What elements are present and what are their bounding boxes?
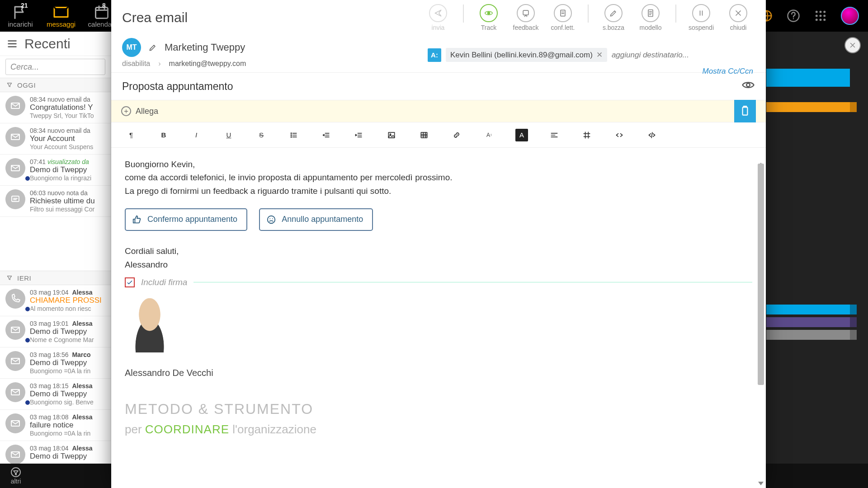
signature-name: Alessandro De Vecchi [125,366,752,380]
from-email: marketing@tweppy.com [169,60,246,68]
message-subject: Richieste ultime du [30,197,106,206]
bg-block [850,330,857,340]
action-separator [675,5,676,23]
action-sbozza[interactable]: s.bozza [595,4,632,31]
action-modello[interactable]: modello [632,4,669,31]
subject-input[interactable]: Proposta appuntamento [122,80,233,93]
message-meta: 03 mag 18:04 Alessa [30,445,106,452]
mail-icon [5,320,25,340]
message-item[interactable]: 07:41 visualizzato da Demo di Tweppy Buo… [0,155,111,186]
search-input[interactable]: Cerca... [5,59,105,75]
action-chiudi[interactable]: chiudi [720,4,757,31]
attach-label[interactable]: Allega [136,107,158,116]
bottom-altri[interactable]: altri [0,467,32,485]
fmt-color[interactable]: A [515,129,528,141]
calendar-icon [94,4,110,20]
chip-remove-icon[interactable]: ✕ [596,50,603,60]
fmt-underline[interactable]: U [222,129,235,141]
svg-point-34 [268,216,275,224]
include-signature-checkbox[interactable] [125,277,135,287]
phone-icon [5,289,25,309]
message-item[interactable]: 03 mag 19:04 Alessa CHIAMARE PROSSI Al m… [0,285,111,316]
cancel-appointment-button[interactable]: Annullo appuntamento [259,208,373,231]
add-recipient-input[interactable] [612,51,754,60]
from-name: Marketing Tweppy [165,42,245,53]
search-placeholder: Cerca... [10,62,39,72]
unread-dot [24,175,31,182]
nav-incarichi[interactable]: 21 incarichi [0,0,41,32]
fmt-source[interactable] [646,129,658,141]
email-body[interactable]: Buongiorno Kevin, come da accordi telefo… [111,148,766,488]
action-sospendi[interactable]: sospendi [683,4,720,31]
bg-block [766,317,850,327]
section-today[interactable]: OGGI [0,78,111,92]
mail-icon [5,445,25,464]
message-item[interactable]: 03 mag 18:15 Alessa Demo di Tweppy Buong… [0,379,111,410]
unread-dot [24,399,31,406]
fmt-bullets[interactable] [288,129,300,141]
mail-icon [5,351,25,371]
svg-rect-23 [523,10,528,15]
from-disable[interactable]: disabilita [122,60,150,68]
show-cc-link[interactable]: Mostra Cc/Ccn [703,67,753,76]
message-item[interactable]: 08:34 nuovo email da Congratulations! Y … [0,92,111,123]
signature-tagline-2: per COORDINARE l'organizzazione [125,420,752,438]
action-track[interactable]: Track [470,4,507,31]
message-item[interactable]: 03 mag 19:01 Alessa Demo di Tweppy Nome … [0,316,111,347]
message-item[interactable]: 03 mag 18:56 Marco Demo di Tweppy Buongi… [0,347,111,379]
panel-close-button[interactable] [844,37,861,53]
attach-add-icon[interactable]: ＋ [121,106,131,116]
section-yesterday[interactable]: IERI [0,271,111,285]
close-icon [734,9,743,18]
grid-icon[interactable] [814,9,827,23]
message-item[interactable]: 06:03 nuovo nota da Richieste ultime du … [0,186,111,217]
message-meta: 03 mag 18:15 Alessa [30,382,106,389]
recipient-chip[interactable]: Kevin Bellini (bellini.kevin.89@gmail.co… [446,48,607,62]
action-feedback[interactable]: feedback [507,4,544,31]
user-avatar[interactable] [841,7,859,25]
thumbs-up-icon [132,215,142,225]
fmt-italic[interactable]: I [190,129,203,141]
fmt-strike[interactable]: S [255,129,268,141]
filter-icon [6,275,13,281]
message-subject: Demo di Tweppy [30,389,106,399]
fmt-align[interactable] [548,129,561,141]
fmt-bold[interactable]: B [157,129,170,141]
action-invia[interactable]: invia [420,4,457,31]
fmt-image[interactable] [385,129,398,141]
menu-icon[interactable] [6,38,18,50]
scrollbar-thumb[interactable] [758,164,764,385]
mail-icon [5,127,25,147]
message-meta: 03 mag 18:56 Marco [30,351,106,358]
fmt-indent[interactable] [353,129,365,141]
message-item[interactable]: 03 mag 18:08 Alessa failure notice Buong… [0,410,111,441]
message-item[interactable]: 08:34 nuovo email da Your Account Your A… [0,123,111,155]
preview-icon[interactable] [741,78,755,94]
svg-point-9 [816,19,817,21]
scroll-down-icon[interactable] [758,482,764,485]
message-meta: 03 mag 19:01 Alessa [30,320,106,327]
fmt-outdent[interactable] [320,129,333,141]
fmt-code[interactable] [613,129,626,141]
fmt-grid[interactable] [580,129,593,141]
help-icon[interactable] [787,9,800,23]
action-conflett[interactable]: conf.lett. [544,4,581,31]
message-item[interactable]: 03 mag 18:04 Alessa Demo di Tweppy [0,441,111,464]
mail-icon [5,96,25,116]
action-sospendi-label: sospendi [689,24,714,31]
clipboard-button[interactable] [734,100,756,122]
confirm-appointment-button[interactable]: Confermo appuntamento [125,208,247,231]
to-field: A: Kevin Bellini (bellini.kevin.89@gmail… [428,48,754,62]
filter-icon [6,82,13,88]
fmt-paragraph[interactable]: ¶ [125,129,137,141]
svg-point-30 [291,136,292,137]
fmt-table[interactable] [418,129,430,141]
fmt-link[interactable] [450,129,463,141]
message-meta: 03 mag 19:04 Alessa [30,289,106,296]
nav-messaggi[interactable]: messaggi [41,0,81,32]
body-line: come da accordi telefonici, le invio pro… [125,171,752,184]
edit-icon[interactable] [148,43,157,52]
svg-point-4 [820,11,821,13]
message-subject: Demo di Tweppy [30,358,106,367]
fmt-fontsize[interactable]: A↕ [483,129,495,141]
